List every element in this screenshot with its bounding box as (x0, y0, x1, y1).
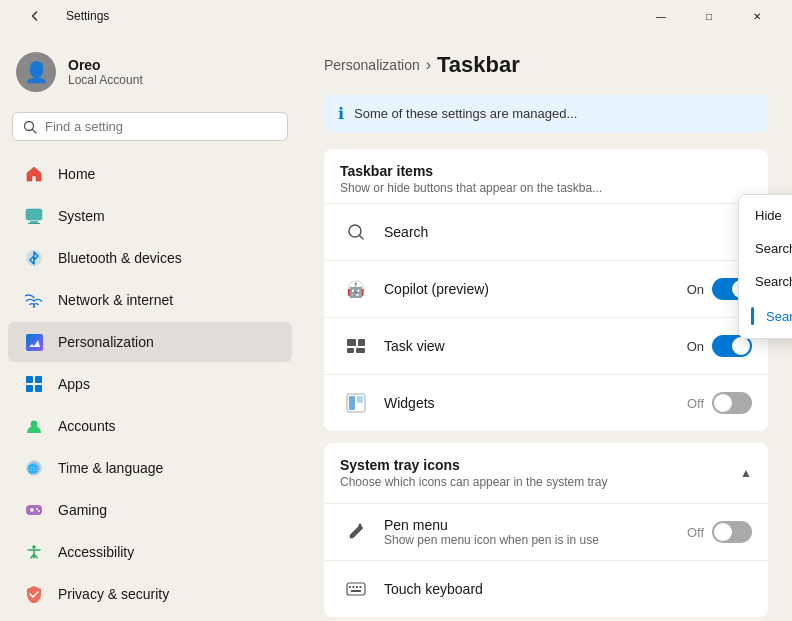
sidebar-item-accounts-label: Accounts (58, 418, 116, 434)
user-section[interactable]: 👤 Oreo Local Account (0, 40, 300, 108)
breadcrumb-separator: › (426, 56, 431, 74)
content-area: Personalization › Taskbar ℹ Some of thes… (300, 32, 792, 621)
sidebar: 👤 Oreo Local Account Home Sy (0, 32, 300, 621)
back-button[interactable] (12, 0, 58, 32)
svg-text:🤖: 🤖 (347, 282, 365, 299)
user-account: Local Account (68, 73, 143, 87)
dropdown-item-search-box[interactable]: Search box (739, 298, 792, 334)
taskview-toggle-thumb (732, 337, 750, 355)
close-button[interactable]: ✕ (734, 0, 780, 32)
sidebar-item-home[interactable]: Home (8, 154, 292, 194)
widgets-off-label: Off (687, 396, 704, 411)
widgets-row[interactable]: Widgets Off (324, 374, 768, 431)
sidebar-item-bluetooth[interactable]: Bluetooth & devices (8, 238, 292, 278)
search-row[interactable]: Search Hide Search icon only Search icon… (324, 203, 768, 260)
widgets-toggle[interactable] (712, 392, 752, 414)
taskbar-items-card: Taskbar items Show or hide buttons that … (324, 149, 768, 431)
collapse-icon: ▲ (740, 466, 752, 480)
sidebar-search[interactable] (12, 112, 288, 141)
sidebar-item-system[interactable]: System (8, 196, 292, 236)
home-icon (24, 164, 44, 184)
sidebar-item-bluetooth-label: Bluetooth & devices (58, 250, 182, 266)
pen-menu-sublabel: Show pen menu icon when pen is in use (384, 533, 675, 547)
sidebar-item-network[interactable]: Network & internet (8, 280, 292, 320)
svg-point-21 (32, 545, 36, 549)
info-banner: ℹ Some of these settings are managed... (324, 94, 768, 133)
sidebar-item-privacy[interactable]: Privacy & security (8, 574, 292, 614)
svg-rect-4 (28, 223, 40, 224)
svg-rect-3 (30, 221, 38, 223)
svg-point-20 (38, 510, 40, 512)
privacy-icon (24, 584, 44, 604)
breadcrumb-parent: Personalization (324, 57, 420, 73)
system-tray-card: System tray icons Choose which icons can… (324, 443, 768, 617)
svg-rect-39 (351, 590, 361, 592)
sidebar-item-network-label: Network & internet (58, 292, 173, 308)
svg-rect-29 (356, 348, 365, 353)
sidebar-item-personalization[interactable]: Personalization (8, 322, 292, 362)
svg-text:🌐: 🌐 (27, 463, 39, 475)
taskbar-items-title: Taskbar items (340, 163, 752, 179)
title-bar-left: Settings (12, 0, 109, 32)
gaming-icon (24, 500, 44, 520)
pen-menu-off-label: Off (687, 525, 704, 540)
svg-rect-8 (26, 376, 33, 383)
user-name: Oreo (68, 57, 143, 73)
system-tray-collapse-header[interactable]: System tray icons Choose which icons can… (324, 443, 768, 503)
time-icon: 🌐 (24, 458, 44, 478)
search-row-icon (340, 216, 372, 248)
pen-menu-row[interactable]: Pen menu Show pen menu icon when pen is … (324, 503, 768, 560)
accessibility-icon (24, 542, 44, 562)
sidebar-item-apps[interactable]: Apps (8, 364, 292, 404)
search-icon (23, 120, 37, 134)
system-icon (24, 206, 44, 226)
pen-menu-icon (340, 516, 372, 548)
dropdown-item-icon-label[interactable]: Search icon and label (739, 265, 792, 298)
info-banner-text: Some of these settings are managed... (354, 106, 577, 121)
search-row-label: Search (384, 224, 740, 240)
accounts-icon (24, 416, 44, 436)
svg-point-6 (33, 305, 35, 307)
dropdown-item-icon-only[interactable]: Search icon only (739, 232, 792, 265)
svg-rect-11 (35, 385, 42, 392)
copilot-on-label: On (687, 282, 704, 297)
maximize-button[interactable]: □ (686, 0, 732, 32)
info-icon: ℹ (338, 104, 344, 123)
sidebar-item-time[interactable]: 🌐 Time & language (8, 448, 292, 488)
user-info: Oreo Local Account (68, 57, 143, 87)
pen-menu-toggle[interactable] (712, 521, 752, 543)
minimize-button[interactable]: — (638, 0, 684, 32)
dropdown-item-hide[interactable]: Hide (739, 199, 792, 232)
main-layout: 👤 Oreo Local Account Home Sy (0, 32, 792, 621)
search-row-info: Search (384, 224, 740, 240)
svg-rect-7 (26, 334, 43, 351)
search-dropdown-menu[interactable]: Hide Search icon only Search icon and la… (738, 194, 792, 339)
apps-icon (24, 374, 44, 394)
svg-line-23 (360, 236, 364, 240)
avatar-icon: 👤 (24, 60, 49, 84)
sidebar-item-gaming[interactable]: Gaming (8, 490, 292, 530)
svg-rect-37 (356, 586, 358, 588)
sidebar-item-accessibility-label: Accessibility (58, 544, 134, 560)
sidebar-item-accounts[interactable]: Accounts (8, 406, 292, 446)
taskview-row[interactable]: Task view On (324, 317, 768, 374)
taskview-row-info: Task view (384, 338, 675, 354)
taskview-label: Task view (384, 338, 675, 354)
svg-point-19 (36, 508, 38, 510)
svg-rect-10 (26, 385, 33, 392)
title-bar: Settings — □ ✕ (0, 0, 792, 32)
copilot-row[interactable]: 🤖 Copilot (preview) On (324, 260, 768, 317)
svg-rect-2 (26, 209, 42, 220)
touch-keyboard-row[interactable]: Touch keyboard (324, 560, 768, 617)
svg-rect-35 (349, 586, 351, 588)
svg-rect-31 (349, 396, 355, 410)
taskbar-items-subtitle: Show or hide buttons that appear on the … (340, 181, 752, 195)
sidebar-item-accessibility[interactable]: Accessibility (8, 532, 292, 572)
svg-rect-9 (35, 376, 42, 383)
pen-menu-control: Off (687, 521, 752, 543)
svg-rect-36 (353, 586, 355, 588)
search-input[interactable] (45, 119, 277, 134)
svg-point-33 (359, 524, 362, 527)
sidebar-item-personalization-label: Personalization (58, 334, 154, 350)
widgets-label: Widgets (384, 395, 675, 411)
